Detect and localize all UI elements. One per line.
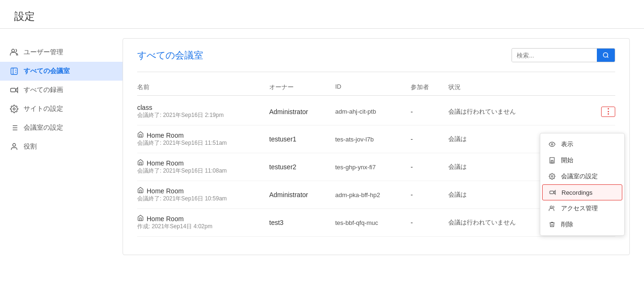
svg-line-13 <box>607 57 609 58</box>
sidebar-item-label: 会議室の設定 <box>24 124 63 132</box>
sidebar-item-label: すべての会議室 <box>24 67 70 75</box>
video-icon <box>9 85 19 95</box>
context-menu-item-label: アクセス管理 <box>561 204 598 213</box>
search-button[interactable] <box>597 49 615 62</box>
sidebar: ユーザー管理すべての会議室すべての録画サイトの設定会議室の設定役割 <box>0 38 123 255</box>
context-menu-item-start[interactable]: 開始 <box>540 152 624 168</box>
room-date: 会議終了: 2021年Sep16日 2:19pm <box>137 111 269 119</box>
room-participants: - <box>411 191 448 199</box>
room-owner: Administrator <box>269 191 335 199</box>
home-icon <box>137 215 144 223</box>
svg-point-21 <box>551 175 553 177</box>
sidebar-item-label: サイトの設定 <box>24 105 63 113</box>
column-header: ID <box>335 83 411 91</box>
eye-icon <box>548 140 556 149</box>
sidebar-item-all-rooms[interactable]: すべての会議室 <box>0 62 123 81</box>
table-divider <box>137 72 615 72</box>
home-icon <box>137 187 144 195</box>
room-name-cell: Home Room作成: 2021年Sep14日 4:02pm <box>137 215 269 231</box>
room-id: tes-bbf-qfq-muc <box>335 219 411 226</box>
svg-marker-23 <box>553 191 555 194</box>
context-menu-item-label: Recordings <box>561 189 593 196</box>
context-menu-item-access[interactable]: アクセス管理 <box>540 200 624 216</box>
context-menu-item-delete[interactable]: 削除 <box>540 216 624 232</box>
room-name-cell: Home Room会議終了: 2021年Sep16日 10:59am <box>137 187 269 203</box>
svg-point-12 <box>603 53 608 57</box>
room-name: Home Room <box>147 187 184 195</box>
room-participants: - <box>411 108 448 116</box>
content-header: すべての会議室 <box>137 48 615 62</box>
context-menu: 表示開始会議室の設定Recordingsアクセス管理削除 <box>540 133 625 236</box>
room-id: tes-ghp-ynx-fi7 <box>335 164 411 171</box>
sidebar-item-label: ユーザー管理 <box>24 48 63 57</box>
trash-icon <box>548 220 556 229</box>
room-participants: - <box>411 135 448 143</box>
room-owner: testuser2 <box>269 163 335 171</box>
context-menu-item-label: 開始 <box>561 156 573 165</box>
room-name-cell: class会議終了: 2021年Sep16日 2:19pm <box>137 104 269 119</box>
svg-point-14 <box>551 143 553 145</box>
column-header: オーナー <box>269 83 335 91</box>
room-owner: Administrator <box>269 108 335 116</box>
page-header: 設定 <box>0 0 644 29</box>
context-menu-item-label: 削除 <box>561 220 573 229</box>
context-menu-item-recordings[interactable]: Recordings <box>542 184 622 200</box>
room-date: 会議終了: 2021年Sep16日 11:08am <box>137 167 269 175</box>
video-icon <box>548 188 557 197</box>
content-title: すべての会議室 <box>137 49 203 62</box>
home-icon <box>137 131 144 139</box>
room-name: Home Room <box>147 159 184 167</box>
room-status: 会議は行われていません <box>448 108 516 116</box>
svg-marker-3 <box>16 88 18 93</box>
room-name: Home Room <box>147 215 184 223</box>
search-input[interactable] <box>512 49 597 62</box>
context-menu-item-label: 会議室の設定 <box>561 172 598 181</box>
svg-point-11 <box>13 143 16 146</box>
sidebar-item-roles[interactable]: 役割 <box>0 137 123 156</box>
person-icon <box>9 142 19 151</box>
sidebar-item-all-recordings[interactable]: すべての録画 <box>0 81 123 99</box>
svg-rect-22 <box>550 191 553 194</box>
room-status: 会議は行われていません <box>448 218 516 227</box>
users-icon <box>9 48 19 57</box>
room-id: adm-ahj-cit-ptb <box>335 108 411 115</box>
building-icon <box>548 156 556 165</box>
users-icon <box>548 204 556 213</box>
search-icon <box>603 52 609 58</box>
room-name: Home Room <box>147 132 184 139</box>
sidebar-item-room-settings[interactable]: 会議室の設定 <box>0 118 123 137</box>
room-id: tes-ats-jov-l7b <box>335 136 411 143</box>
column-header: 状況 <box>448 83 615 91</box>
room-name: class <box>137 104 152 111</box>
table-header: 名前オーナーID参加者状況 <box>137 79 615 96</box>
context-menu-item-room-settings[interactable]: 会議室の設定 <box>540 168 624 184</box>
room-participants: - <box>411 163 448 171</box>
list-icon <box>9 123 19 133</box>
room-name-cell: Home Room会議終了: 2021年Sep16日 11:51am <box>137 131 269 147</box>
svg-rect-2 <box>11 88 16 92</box>
svg-point-4 <box>13 108 16 110</box>
rooms-icon <box>9 66 19 76</box>
room-status: 会議は <box>448 135 467 143</box>
sidebar-item-site-settings[interactable]: サイトの設定 <box>0 99 123 118</box>
room-owner: testuser1 <box>269 135 335 143</box>
sidebar-item-label: 役割 <box>24 142 37 151</box>
sidebar-item-label: すべての録画 <box>24 86 63 94</box>
sidebar-item-user-management[interactable]: ユーザー管理 <box>0 43 123 62</box>
room-date: 会議終了: 2021年Sep16日 11:51am <box>137 139 269 147</box>
context-menu-item-label: 表示 <box>561 140 573 149</box>
room-date: 会議終了: 2021年Sep16日 10:59am <box>137 195 269 203</box>
gear-icon <box>548 172 556 181</box>
page-title: 設定 <box>14 9 630 24</box>
room-status: 会議は <box>448 191 467 199</box>
room-name-cell: Home Room会議終了: 2021年Sep16日 11:08am <box>137 159 269 175</box>
room-status: 会議は <box>448 163 467 171</box>
table-row: class会議終了: 2021年Sep16日 2:19pmAdministrat… <box>137 98 615 125</box>
context-menu-trigger-button[interactable]: ⋮ <box>601 107 615 117</box>
layout: ユーザー管理すべての会議室すべての録画サイトの設定会議室の設定役割 すべての会議… <box>0 29 644 265</box>
main-content: すべての会議室 名前オーナーID参加者状況 class会議終了: 2021年Se… <box>123 38 630 255</box>
context-menu-item-view[interactable]: 表示 <box>540 136 624 152</box>
column-header: 参加者 <box>411 83 448 91</box>
gear-icon <box>9 104 19 114</box>
svg-point-24 <box>550 206 553 208</box>
